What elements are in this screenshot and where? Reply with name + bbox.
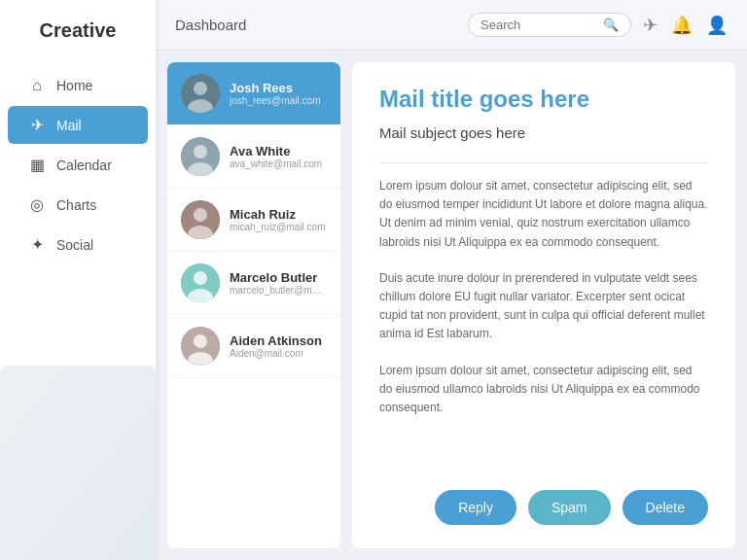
mail-list: Josh Rees josh_rees@mail.com Ava White a… xyxy=(167,62,340,548)
svg-point-4 xyxy=(194,145,207,158)
mail-subject: Mail subject goes here xyxy=(379,124,708,141)
avatar xyxy=(181,327,220,366)
mail-body-paragraph-3: Lorem ipsum dolour sit amet, consectetur… xyxy=(379,362,708,418)
svg-point-13 xyxy=(194,334,207,348)
reply-button[interactable]: Reply xyxy=(435,490,516,525)
search-box[interactable]: 🔍 xyxy=(468,13,631,37)
sidebar-item-label: Calendar xyxy=(56,158,112,173)
avatar-image xyxy=(181,200,220,239)
mail-list-item[interactable]: Micah Ruiz micah_ruiz@mail.com xyxy=(167,189,340,252)
mail-sender-name: Aiden Atkinson xyxy=(230,333,327,348)
avatar-image xyxy=(181,263,220,302)
avatar xyxy=(181,74,220,113)
mail-info: Ava White ava_white@mail.com xyxy=(230,144,327,169)
sidebar-item-calendar[interactable]: ▦ Calendar xyxy=(8,146,148,184)
sidebar-item-home[interactable]: ⌂ Home xyxy=(8,67,148,104)
mail-info: Marcelo Butler marcelo_butler@mail.com xyxy=(230,270,327,296)
mail-list-item[interactable]: Ava White ava_white@mail.com xyxy=(167,125,340,189)
mail-sender-name: Josh Rees xyxy=(230,81,327,95)
mail-info: Aiden Atkinson Aiden@mail.com xyxy=(230,333,327,359)
social-icon: ✦ xyxy=(27,235,47,254)
mail-list-item[interactable]: Aiden Atkinson Aiden@mail.com xyxy=(167,315,340,378)
content-area: Josh Rees josh_rees@mail.com Ava White a… xyxy=(156,51,747,560)
mail-icon: ✈ xyxy=(27,116,47,134)
sidebar-nav: ⌂ Home ✈ Mail ▦ Calendar ◎ Charts ✦ Soci… xyxy=(0,65,156,265)
page-title: Dashboard xyxy=(175,17,456,33)
header: Dashboard 🔍 ✈ 🔔 👤 xyxy=(156,0,747,51)
mail-sender-name: Micah Ruiz xyxy=(230,207,327,222)
mail-sender-name: Ava White xyxy=(230,144,327,158)
send-icon[interactable]: ✈ xyxy=(643,15,658,36)
mail-sender-email: ava_white@mail.com xyxy=(230,158,327,169)
mail-info: Josh Rees josh_rees@mail.com xyxy=(230,81,327,106)
sidebar-item-label: Mail xyxy=(56,118,82,133)
main-area: Dashboard 🔍 ✈ 🔔 👤 xyxy=(156,0,747,560)
avatar-image xyxy=(181,137,220,176)
mail-info: Micah Ruiz micah_ruiz@mail.com xyxy=(230,207,327,232)
mail-sender-email: marcelo_butler@mail.com xyxy=(230,285,327,296)
mail-body-paragraph-1: Lorem ipsum dolour sit amet, consectetur… xyxy=(379,177,708,252)
sidebar-background-decoration xyxy=(0,366,156,560)
mail-actions: Reply Spam Delete xyxy=(379,474,708,525)
notification-icon[interactable]: 🔔 xyxy=(671,15,693,36)
charts-icon: ◎ xyxy=(27,195,47,214)
avatar-image xyxy=(181,74,220,113)
svg-point-7 xyxy=(194,208,207,222)
mail-body-paragraph-2: Duis acute inure dolour in prerendered i… xyxy=(379,269,708,344)
mail-sender-email: Aiden@mail.com xyxy=(230,348,327,359)
search-icon: 🔍 xyxy=(603,18,619,32)
avatar xyxy=(181,200,220,239)
avatar xyxy=(181,137,220,176)
sidebar-item-label: Social xyxy=(56,237,93,253)
search-input[interactable] xyxy=(480,18,597,32)
mail-sender-name: Marcelo Butler xyxy=(230,270,327,285)
svg-point-10 xyxy=(194,271,207,285)
mail-sender-email: micah_ruiz@mail.com xyxy=(230,222,327,232)
mail-divider xyxy=(379,162,708,163)
mail-detail: Mail title goes here Mail subject goes h… xyxy=(352,62,735,548)
mail-title: Mail title goes here xyxy=(379,86,708,113)
calendar-icon: ▦ xyxy=(27,156,47,174)
avatar xyxy=(181,263,220,302)
sidebar: Creative ⌂ Home ✈ Mail ▦ Calendar ◎ Char… xyxy=(0,0,156,560)
svg-point-1 xyxy=(194,82,207,95)
sidebar-item-social[interactable]: ✦ Social xyxy=(8,226,148,263)
sidebar-item-charts[interactable]: ◎ Charts xyxy=(8,186,148,224)
mail-list-item[interactable]: Marcelo Butler marcelo_butler@mail.com xyxy=(167,252,340,315)
mail-sender-email: josh_rees@mail.com xyxy=(230,95,327,106)
header-icons: ✈ 🔔 👤 xyxy=(643,15,728,36)
user-icon[interactable]: 👤 xyxy=(706,15,728,36)
sidebar-logo: Creative xyxy=(40,19,117,42)
spam-button[interactable]: Spam xyxy=(528,490,611,525)
avatar-image xyxy=(181,327,220,366)
sidebar-item-label: Charts xyxy=(56,197,96,213)
home-icon: ⌂ xyxy=(27,77,47,94)
sidebar-item-label: Home xyxy=(56,78,92,93)
sidebar-item-mail[interactable]: ✈ Mail xyxy=(8,106,148,144)
mail-list-item[interactable]: Josh Rees josh_rees@mail.com xyxy=(167,62,340,125)
delete-button[interactable]: Delete xyxy=(622,490,708,525)
